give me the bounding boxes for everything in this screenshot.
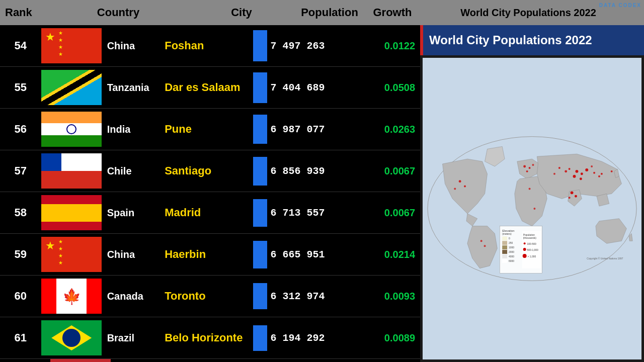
country-59: China — [107, 249, 165, 260]
rank-54: 54 — [0, 39, 36, 52]
rank-56: 56 — [0, 123, 36, 136]
svg-point-13 — [591, 165, 593, 167]
svg-text:6000: 6000 — [509, 260, 514, 262]
population-bar-55 — [253, 72, 267, 103]
svg-point-10 — [611, 170, 613, 172]
pop-value-57: 6 856 939 — [270, 165, 325, 177]
city-61: Belo Horizonte — [165, 331, 253, 344]
country-61: Brazil — [107, 332, 165, 344]
population-bar-61 — [253, 325, 267, 351]
svg-point-23 — [529, 188, 531, 190]
svg-point-14 — [598, 175, 600, 177]
population-bar-57 — [253, 157, 267, 186]
svg-point-15 — [553, 173, 555, 175]
svg-point-4 — [569, 168, 571, 170]
table-section: 54 ★★★★ China Foshan 7 497 263 0.0122 55… — [0, 25, 420, 362]
svg-point-29 — [484, 245, 486, 247]
flag-brazil-61 — [36, 320, 107, 355]
svg-rect-37 — [502, 245, 507, 249]
rank-58: 58 — [0, 206, 36, 219]
svg-point-2 — [576, 170, 579, 173]
population-bar-59 — [253, 241, 267, 268]
growth-57: 0.0067 — [375, 165, 420, 177]
table-row: 60 🍁 Canada Toronto 6 312 974 0.0093 — [0, 276, 420, 317]
flag-china-59: ★★★★ — [36, 237, 107, 272]
population-bar-56 — [253, 115, 267, 144]
header-right-title: World City Populations 2022 — [418, 7, 639, 19]
rank-57: 57 — [0, 164, 36, 177]
svg-rect-35 — [502, 241, 507, 245]
growth-61: 0.0089 — [375, 332, 420, 344]
bar-pop-60: 6 312 974 — [253, 283, 375, 309]
growth-55: 0.0508 — [375, 82, 420, 94]
bar-pop-55: 7 404 689 — [253, 72, 375, 103]
city-54: Foshan — [165, 39, 253, 52]
svg-text:Population: Population — [523, 234, 535, 236]
rank-61: 61 — [0, 331, 36, 344]
growth-56: 0.0263 — [375, 124, 420, 135]
pop-value-60: 6 312 974 — [270, 291, 325, 302]
svg-rect-41 — [502, 254, 507, 258]
pop-value-59: 6 665 951 — [270, 249, 325, 260]
rank-59: 59 — [0, 248, 36, 261]
population-bar-60 — [253, 283, 267, 309]
svg-point-9 — [601, 173, 603, 175]
svg-point-8 — [580, 177, 582, 180]
svg-point-5 — [585, 168, 588, 171]
pop-value-61: 6 194 292 — [270, 332, 325, 344]
svg-point-50 — [523, 248, 526, 251]
flag-tanzania-55 — [36, 70, 107, 105]
svg-text:Elevation: Elevation — [502, 229, 514, 232]
svg-point-21 — [532, 164, 534, 166]
flag-partial — [40, 359, 121, 362]
growth-59: 0.0214 — [375, 249, 420, 260]
svg-point-18 — [569, 197, 571, 199]
svg-point-52 — [523, 254, 527, 258]
svg-rect-43 — [502, 259, 507, 263]
svg-point-16 — [571, 191, 574, 194]
svg-text:250: 250 — [509, 242, 513, 244]
table-row: 55 Tanzania Dar es Salaam 7 404 689 0.05… — [0, 67, 420, 109]
header-city: City — [191, 6, 292, 19]
table-row-partial — [0, 359, 420, 362]
svg-point-22 — [526, 170, 528, 172]
svg-point-12 — [565, 170, 567, 172]
svg-text:4000: 4000 — [509, 255, 514, 258]
table-row: 61 Brazil Belo Horizonte 6 194 292 0.008… — [0, 317, 420, 359]
flag-india-56 — [36, 112, 107, 147]
header-population: Population — [292, 6, 367, 19]
world-map-svg: Elevation (meters) 0 250 1000 2000 4000 … — [423, 58, 641, 359]
table-row: 58 Spain Madrid 6 713 557 0.0067 — [0, 192, 420, 234]
svg-point-7 — [573, 175, 576, 178]
svg-point-6 — [593, 172, 595, 174]
svg-point-3 — [581, 172, 583, 175]
svg-point-24 — [533, 208, 535, 210]
rank-55: 55 — [0, 81, 36, 94]
svg-point-17 — [575, 195, 577, 198]
growth-54: 0.0122 — [375, 40, 420, 52]
svg-point-28 — [480, 240, 482, 242]
svg-text:> 1,000: > 1,000 — [528, 255, 536, 258]
city-55: Dar es Salaam — [165, 81, 253, 94]
table-row: 56 India Pune 6 987 077 0.0263 — [0, 109, 420, 150]
flag-china-54: ★★★★ — [36, 28, 107, 63]
growth-60: 0.0093 — [375, 291, 420, 302]
bar-pop-61: 6 194 292 — [253, 325, 375, 351]
pop-value-56: 6 987 077 — [270, 124, 325, 135]
table-row: 59 ★★★★ China Haerbin 6 665 951 0.0214 — [0, 234, 420, 276]
svg-point-25 — [459, 180, 461, 183]
country-57: Chile — [107, 165, 165, 177]
bar-pop-57: 6 856 939 — [253, 157, 375, 186]
svg-text:1000: 1000 — [509, 246, 514, 249]
pop-value-58: 6 713 557 — [270, 207, 325, 219]
svg-point-48 — [524, 242, 526, 244]
city-56: Pune — [165, 123, 253, 136]
country-55: Tanzania — [107, 82, 165, 94]
flag-canada-60: 🍁 — [36, 279, 107, 314]
country-54: China — [107, 40, 165, 52]
city-57: Santiago — [165, 164, 253, 177]
bar-pop-56: 6 987 077 — [253, 115, 375, 144]
svg-text:0: 0 — [509, 237, 510, 240]
rank-60: 60 — [0, 290, 36, 303]
svg-text:(thousands): (thousands) — [523, 237, 536, 239]
